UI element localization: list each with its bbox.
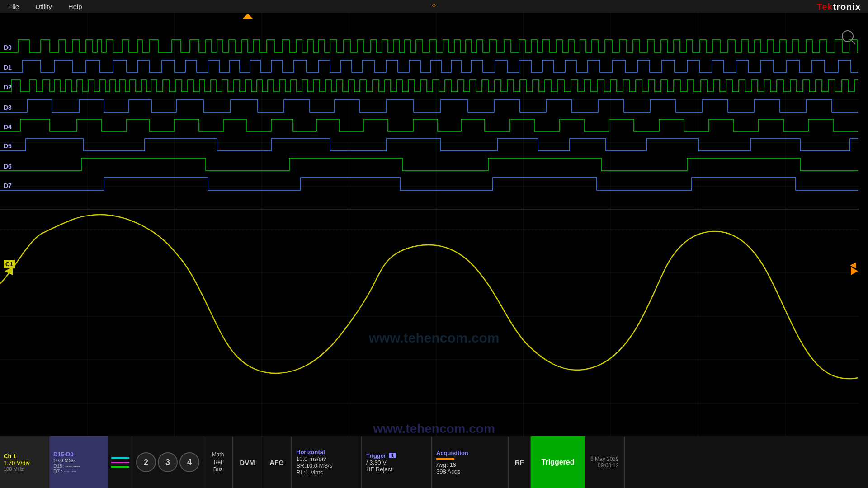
horizontal-time-div: 10.0 ms/div [296,455,357,462]
d6-trace [0,158,858,171]
d6-label: D6 [4,163,12,170]
ch4-button[interactable]: 4 [179,452,199,472]
acquisition-color-strip [436,458,454,460]
help-menu[interactable]: Help [60,1,90,12]
tektronix-logo: Tektronix [816,2,861,12]
d15d0-d15: D15: ---- ---- [53,463,104,469]
triggered-label: Triggered [542,458,575,466]
trigger-title: Trigger [366,452,386,459]
d2-trace [0,80,858,92]
datetime-section: 8 May 2019 09:08:12 [585,436,625,488]
dvm-button[interactable]: DVM [233,436,262,488]
trigger-badge: 1 [389,453,396,458]
ch2-color-strip [111,457,129,459]
afg-button[interactable]: AFG [262,436,292,488]
d2-label: D2 [4,84,12,91]
acquisition-count: 398 Acqs [436,468,504,475]
d0-trace [0,40,858,52]
d1-label: D1 [4,64,12,71]
d4-label: D4 [4,123,12,131]
scope-svg: D0 D1 D2 D3 D4 D5 D6 D7 www.tehencom.com [0,13,868,436]
menu-bar: File Utility Help ⟐ Tektronix [0,0,868,13]
watermark-text: www.tehencom.com [368,330,500,345]
d1-trace [0,60,858,72]
ch3-button[interactable]: 3 [158,452,178,472]
channel-colors-strip [108,436,132,488]
rf-label: RF [515,459,524,466]
horizontal-record-length: RL:1 Mpts [296,469,357,476]
d15d0-label: D15-D0 [53,451,104,458]
horizontal-sample-rate: SR:10.0 MS/s [296,462,357,469]
d5-trace [0,139,858,151]
trigger-mode: HF Reject [366,466,427,473]
file-menu[interactable]: File [0,1,27,12]
math-ref-bus-label: MathRefBus [212,451,224,474]
ch1-vdiv: 1.70 V/div [4,460,46,466]
acquisition-section: Acquisition Avg: 16 398 Acqs [432,436,509,488]
afg-label: AFG [269,459,284,466]
d7-label: D7 [4,182,12,189]
utility-menu[interactable]: Utility [27,1,60,12]
acquisition-title: Acquisition [436,450,504,456]
dvm-label: DVM [240,459,255,466]
ch1-section: Ch 1 1.70 V/div 100 MHz [0,436,50,488]
trigger-slope-voltage: / 3.30 V [366,459,427,466]
search-line-icon [852,41,855,44]
ch1-label: Ch 1 [4,453,46,460]
d0-label: D0 [4,44,12,51]
ch2-button[interactable]: 2 [136,452,156,472]
d15d0-d7: D7 : ···· ···· [53,469,104,474]
status-bar: Ch 1 1.70 V/div 100 MHz D15-D0 10.0 MS/s… [0,436,868,488]
d15d0-sample-rate: 10.0 MS/s [53,458,104,463]
c1-channel-label: C1 [4,260,15,268]
rf-button[interactable]: RF [509,436,531,488]
d3-label: D3 [4,104,12,111]
trigger-section: Trigger 1 / 3.30 V HF Reject [362,436,432,488]
trigger-position-indicator: ⟐ [432,1,436,9]
right-arrow-indicator: ◀ [850,260,856,270]
acquisition-mode: Avg: 16 [436,461,504,468]
d15d0-section: D15-D0 10.0 MS/s D15: ---- ---- D7 : ···… [50,436,108,488]
time-display: 09:08:12 [598,462,619,469]
d3-trace [0,100,858,112]
scope-display: D0 D1 D2 D3 D4 D5 D6 D7 www.tehencom.com [0,13,868,436]
d4-trace [0,119,858,131]
math-ref-bus-button[interactable]: MathRefBus [203,436,233,488]
trigger-time-marker [242,14,253,19]
date-display: 8 May 2019 [590,456,619,462]
triggered-button[interactable]: Triggered [531,436,585,488]
horizontal-section: Horizontal 10.0 ms/div SR:10.0 MS/s RL:1… [292,436,362,488]
search-circle-icon [842,31,853,42]
c1-analog-trace [0,215,858,379]
ch4-color-strip [111,466,129,468]
ch1-bandwidth: 100 MHz [4,466,46,472]
d7-trace [0,178,858,190]
numbered-buttons: 2 3 4 [132,436,203,488]
ch3-color-strip [111,462,129,463]
horizontal-title: Horizontal [296,449,357,455]
d5-label: D5 [4,142,12,150]
